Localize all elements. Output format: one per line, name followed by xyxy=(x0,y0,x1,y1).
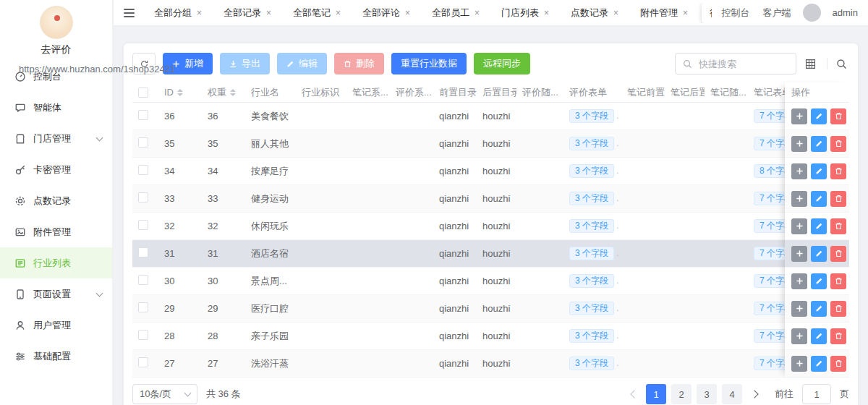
row-checkbox[interactable] xyxy=(138,247,148,257)
sidebar-item-4[interactable]: 点数记录 xyxy=(0,185,112,216)
row-expand-button[interactable] xyxy=(791,136,807,152)
tab-close-icon[interactable]: × xyxy=(197,9,202,17)
row-checkbox[interactable] xyxy=(138,110,148,120)
add-button[interactable]: 新增 xyxy=(163,53,213,74)
row-delete-button[interactable] xyxy=(830,218,846,234)
tab-2[interactable]: 全部笔记× xyxy=(285,3,349,23)
row-checkbox[interactable] xyxy=(138,192,148,202)
row-delete-button[interactable] xyxy=(830,163,846,179)
column-display-icon[interactable] xyxy=(805,57,818,70)
row-expand-button[interactable] xyxy=(791,356,807,372)
row-edit-button[interactable] xyxy=(811,108,827,124)
sidebar-item-0[interactable]: 控制台 xyxy=(0,61,112,92)
row-delete-button[interactable] xyxy=(830,356,846,372)
row-checkbox[interactable] xyxy=(138,165,148,175)
menu-toggle-icon[interactable] xyxy=(124,9,135,17)
logo[interactable]: 去评价 xyxy=(0,0,112,56)
sidebar-item-3[interactable]: 卡密管理 xyxy=(0,154,112,185)
row-expand-button[interactable] xyxy=(791,218,807,234)
sidebar-item-8[interactable]: 用户管理 xyxy=(0,310,112,341)
tab-close-icon[interactable]: × xyxy=(475,9,480,17)
tab-3[interactable]: 全部评论× xyxy=(354,3,418,23)
row-checkbox[interactable] xyxy=(138,137,148,148)
row-expand-button[interactable] xyxy=(791,246,807,262)
row-delete-button[interactable] xyxy=(830,246,846,262)
sidebar-item-6[interactable]: 行业列表 xyxy=(0,247,112,278)
page-button-4[interactable]: 4 xyxy=(722,384,742,404)
quick-search-input[interactable] xyxy=(697,58,788,70)
table-row[interactable]: 2828亲子乐园qianzhihouzhi3 个字段.7 个字段. xyxy=(132,323,849,350)
col-id[interactable]: ID xyxy=(158,87,202,98)
tab-close-icon[interactable]: × xyxy=(613,9,618,17)
table-row[interactable]: 2727洗浴汗蒸qianzhihouzhi3 个字段.7 个字段. xyxy=(132,350,849,378)
table-row[interactable]: 3232休闲玩乐qianzhihouzhi3 个字段.7 个字段. xyxy=(132,213,849,240)
row-checkbox[interactable] xyxy=(138,330,148,340)
tab-close-icon[interactable]: × xyxy=(544,9,549,17)
sidebar-item-9[interactable]: 基础配置 xyxy=(0,341,112,372)
table-row[interactable]: 3434按摩足疗qianzhihouzhi3 个字段.8 个字段. xyxy=(132,158,849,185)
row-edit-button[interactable] xyxy=(811,246,827,262)
table-row[interactable]: 2929医疗口腔qianzhihouzhi3 个字段.7 个字段. xyxy=(132,295,849,323)
row-delete-button[interactable] xyxy=(830,328,846,344)
row-checkbox[interactable] xyxy=(138,302,148,312)
row-delete-button[interactable] xyxy=(830,273,846,289)
row-edit-button[interactable] xyxy=(811,301,827,317)
refresh-button[interactable] xyxy=(132,53,156,74)
tab-4[interactable]: 全部员工× xyxy=(424,3,488,23)
sidebar-item-2[interactable]: 门店管理 xyxy=(0,123,112,154)
row-edit-button[interactable] xyxy=(811,356,827,372)
row-expand-button[interactable] xyxy=(791,273,807,289)
tab-close-icon[interactable]: × xyxy=(336,9,341,17)
tab-8[interactable]: 行业列表× xyxy=(702,3,711,23)
header-checkbox[interactable] xyxy=(138,88,148,98)
row-expand-button[interactable] xyxy=(791,163,807,179)
row-edit-button[interactable] xyxy=(811,273,827,289)
topbar-link-0[interactable]: 控制台 xyxy=(722,7,750,20)
table-row[interactable]: 3535丽人其他qianzhihouzhi3 个字段.7 个字段. xyxy=(132,130,849,158)
table-row[interactable]: 3333健身运动qianzhihouzhi3 个字段.7 个字段. xyxy=(132,185,849,213)
row-expand-button[interactable] xyxy=(791,301,807,317)
username[interactable]: admin xyxy=(833,7,858,18)
row-expand-button[interactable] xyxy=(791,108,807,124)
row-checkbox[interactable] xyxy=(138,275,148,285)
row-delete-button[interactable] xyxy=(830,301,846,317)
row-edit-button[interactable] xyxy=(811,163,827,179)
topbar-link-1[interactable]: 客户端 xyxy=(763,7,791,20)
sidebar-item-5[interactable]: 附件管理 xyxy=(0,216,112,247)
remote-sync-button[interactable]: 远程同步 xyxy=(474,53,530,74)
row-checkbox[interactable] xyxy=(138,357,148,367)
row-expand-button[interactable] xyxy=(791,191,807,207)
row-expand-button[interactable] xyxy=(791,328,807,344)
row-edit-button[interactable] xyxy=(811,191,827,207)
export-button[interactable]: 导出 xyxy=(220,53,270,74)
quick-search[interactable] xyxy=(675,53,796,74)
edit-button[interactable]: 编辑 xyxy=(277,53,327,74)
tab-1[interactable]: 全部记录× xyxy=(216,3,279,23)
user-avatar[interactable] xyxy=(803,4,821,22)
page-size-select[interactable]: 10条/页 xyxy=(132,384,197,404)
row-edit-button[interactable] xyxy=(811,218,827,234)
next-page-button[interactable] xyxy=(747,384,763,404)
tab-close-icon[interactable]: × xyxy=(266,9,271,17)
col-weight[interactable]: 权重 xyxy=(202,86,245,99)
prev-page-button[interactable] xyxy=(625,384,641,404)
row-edit-button[interactable] xyxy=(811,328,827,344)
page-button-2[interactable]: 2 xyxy=(671,384,692,404)
tab-7[interactable]: 附件管理× xyxy=(632,3,696,23)
table-row[interactable]: 3030景点周...qianzhihouzhi3 个字段.7 个字段. xyxy=(132,268,849,295)
page-button-1[interactable]: 1 xyxy=(646,384,666,404)
row-delete-button[interactable] xyxy=(830,108,846,124)
row-delete-button[interactable] xyxy=(830,191,846,207)
sidebar-item-1[interactable]: 智能体 xyxy=(0,92,112,123)
tab-close-icon[interactable]: × xyxy=(683,9,688,17)
table-row[interactable]: 3131酒店名宿qianzhihouzhi3 个字段.7 个字段. xyxy=(132,240,849,268)
row-edit-button[interactable] xyxy=(811,136,827,152)
tab-6[interactable]: 点数记录× xyxy=(563,3,626,23)
delete-button[interactable]: 删除 xyxy=(334,53,384,74)
page-button-3[interactable]: 3 xyxy=(697,384,717,404)
tab-5[interactable]: 门店列表× xyxy=(493,3,557,23)
sidebar-item-7[interactable]: 页面设置 xyxy=(0,278,112,310)
row-checkbox[interactable] xyxy=(138,220,148,230)
goto-page-input[interactable] xyxy=(802,384,831,404)
table-row[interactable]: 3636美食餐饮qianzhihouzhi3 个字段.7 个字段. xyxy=(132,103,849,130)
